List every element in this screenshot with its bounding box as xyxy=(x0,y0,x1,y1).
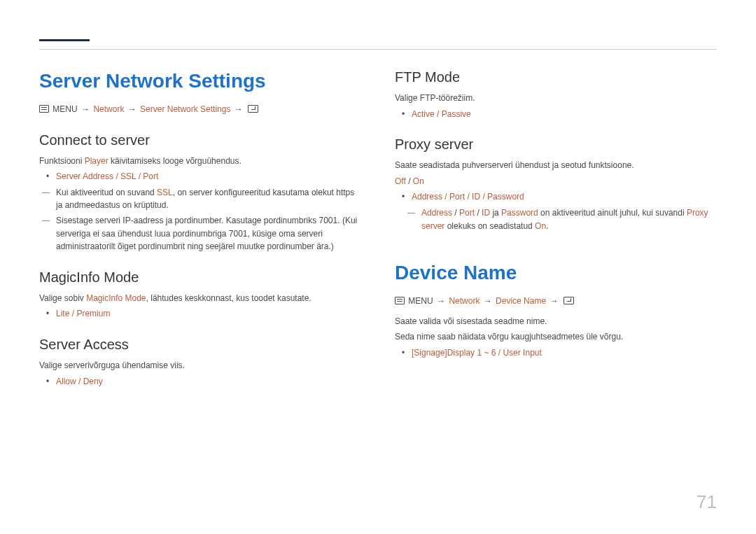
text: Valige sobiv xyxy=(39,293,86,303)
top-rule xyxy=(39,39,717,56)
tilde: ~ xyxy=(482,348,491,358)
sep: / xyxy=(452,208,459,218)
opt: ID xyxy=(472,192,480,202)
magic-intro: Valige sobiv MagicInfo Mode, lähtudes ke… xyxy=(39,292,361,305)
arrow-icon: → xyxy=(234,103,243,116)
arrow-icon: → xyxy=(128,103,136,116)
proxy-offon: Off / On xyxy=(395,175,717,188)
sep: / xyxy=(136,171,143,181)
text: ja xyxy=(490,208,501,218)
opt: On xyxy=(413,176,424,186)
sep: / xyxy=(475,208,482,218)
text: , lähtudes keskkonnast, kus toodet kasut… xyxy=(146,293,312,303)
rule-accent xyxy=(39,39,90,41)
right-column: FTP Mode Valige FTP-töörežiim. Active / … xyxy=(395,69,717,391)
opt: Port xyxy=(449,192,465,202)
text: Kui aktiveeritud on suvand xyxy=(56,188,157,197)
opt: SSL xyxy=(120,171,136,181)
opt: Lite xyxy=(56,309,69,318)
device-p2: Seda nime saab näidata võrgu kaugjuhtsea… xyxy=(395,330,717,344)
text-hl: Player xyxy=(85,156,108,166)
opt: [Signage]Display 1 xyxy=(412,348,482,358)
access-intro: Valige serverivõrguga ühendamise viis. xyxy=(39,359,361,372)
crumb-device-name: Device Name xyxy=(496,296,546,306)
heading-proxy: Proxy server xyxy=(395,136,717,153)
sep: / xyxy=(69,309,76,318)
magic-bullet: Lite / Premium xyxy=(39,307,361,321)
connect-bullet: Server Address / SSL / Port xyxy=(39,170,361,183)
opt: Password xyxy=(487,192,524,202)
heading-connect: Connect to server xyxy=(39,132,361,149)
opt: Port xyxy=(143,171,158,181)
opt: User Input xyxy=(503,348,541,358)
crumb-sns: Server Network Settings xyxy=(140,104,230,114)
text-hl: Address xyxy=(421,208,452,218)
page-number: 71 xyxy=(696,491,717,513)
arrow-icon: → xyxy=(550,295,558,308)
crumb-network: Network xyxy=(93,104,124,114)
text: on aktiveeritud ainult juhul, kui suvand… xyxy=(538,208,687,218)
proxy-bullet: Address / Port / ID / Password xyxy=(395,190,717,204)
opt: Address xyxy=(412,192,442,202)
sep: / xyxy=(435,109,442,119)
opt: Server Address xyxy=(56,171,113,181)
note-port: Sisestage serveri IP-aadress ja pordinum… xyxy=(46,214,361,253)
sep: / xyxy=(480,192,487,202)
connect-notes: Kui aktiveeritud on suvand SSL, on serve… xyxy=(39,186,361,253)
opt: Premium xyxy=(76,309,110,318)
arrow-icon: → xyxy=(437,295,445,308)
sep: / xyxy=(113,171,120,181)
ftp-intro: Valige FTP-töörežiim. xyxy=(395,92,717,105)
text-hl: Password xyxy=(501,208,538,218)
list-item: Lite / Premium xyxy=(56,307,361,321)
text-hl: ID xyxy=(482,208,490,218)
rule-line xyxy=(39,49,717,50)
device-p1: Saate valida või sisestada seadme nime. xyxy=(395,315,717,328)
opt: Passive xyxy=(442,109,471,119)
text: ja andmeedastus on krüptitud. xyxy=(56,200,169,210)
proxy-notes: Address / Port / ID ja Password on aktiv… xyxy=(395,206,717,232)
list-item: [Signage]Display 1 ~ 6 / User Input xyxy=(412,346,717,360)
sep: / xyxy=(465,192,472,202)
content-columns: Server Network Settings MENU → Network →… xyxy=(39,69,717,391)
device-bullet: [Signage]Display 1 ~ 6 / User Input xyxy=(395,346,717,360)
list-item: Active / Passive xyxy=(412,108,717,121)
sep: / xyxy=(442,192,449,202)
text-hl: https xyxy=(336,188,354,197)
sep: / xyxy=(496,348,503,358)
heading-ftp: FTP Mode xyxy=(395,69,717,86)
heading-magicinfo: MagicInfo Mode xyxy=(39,269,361,286)
sep: / xyxy=(76,377,83,386)
list-item: Allow / Deny xyxy=(56,375,361,388)
heading-device-name: Device Name xyxy=(395,260,717,285)
text-hl: MagicInfo Mode xyxy=(86,293,146,303)
note-proxy: Address / Port / ID ja Password on aktiv… xyxy=(412,206,717,232)
connect-intro: Funktsiooni Player käivitamiseks looge v… xyxy=(39,155,361,168)
opt: Allow xyxy=(56,377,76,386)
manual-page: Server Network Settings MENU → Network →… xyxy=(0,0,756,534)
crumb-menu: MENU xyxy=(408,296,433,306)
breadcrumb-sns: MENU → Network → Server Network Settings… xyxy=(39,103,361,116)
list-item: Address / Port / ID / Password xyxy=(412,190,717,204)
left-column: Server Network Settings MENU → Network →… xyxy=(39,69,361,391)
text: . xyxy=(546,221,548,231)
menu-icon xyxy=(395,297,405,304)
opt: Active xyxy=(412,109,435,119)
heading-server-network-settings: Server Network Settings xyxy=(39,69,361,93)
sep: / xyxy=(406,176,413,186)
text: Funktsiooni xyxy=(39,156,85,166)
text: olekuks on seadistatud xyxy=(444,221,535,231)
list-item: Server Address / SSL / Port xyxy=(56,170,361,183)
breadcrumb-device: MENU → Network → Device Name → xyxy=(395,295,717,308)
note-ssl: Kui aktiveeritud on suvand SSL, on serve… xyxy=(46,186,361,212)
menu-icon xyxy=(39,105,49,113)
enter-icon xyxy=(248,105,258,113)
text-hl: SSL xyxy=(157,188,173,197)
heading-server-access: Server Access xyxy=(39,336,361,353)
proxy-intro: Saate seadistada puhverserveri ühendust … xyxy=(395,159,717,172)
opt: Off xyxy=(395,176,406,186)
text: , on server konfigureeritud kasutama ole… xyxy=(173,188,336,197)
crumb-network: Network xyxy=(449,296,479,306)
access-bullet: Allow / Deny xyxy=(39,375,361,388)
opt: Deny xyxy=(83,377,103,386)
